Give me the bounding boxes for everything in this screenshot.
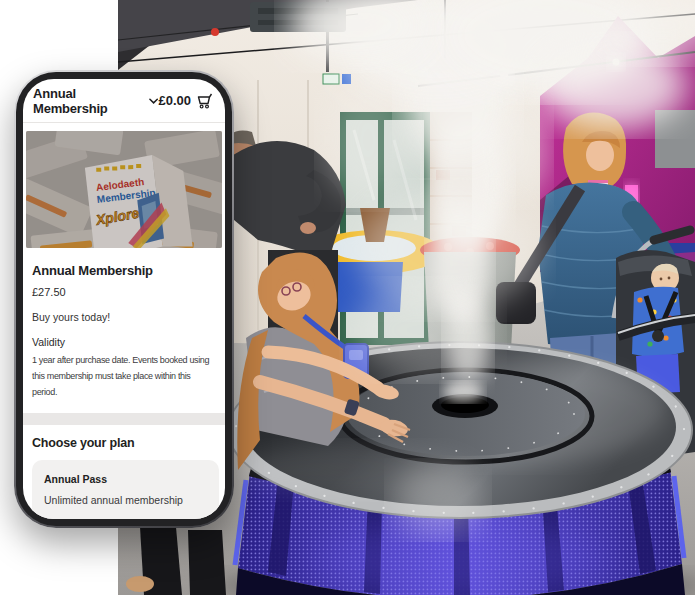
plan-section-title: Choose your plan [32,436,219,450]
section-divider [23,413,225,425]
cart-button[interactable]: £0.00 [158,93,213,109]
product-tagline: Buy yours today! [32,311,219,323]
validity-label: Validity [32,336,219,348]
plan-name: Annual Pass [44,473,207,485]
exit-sign [323,74,339,84]
collection-title[interactable]: Annual Membership [33,86,144,116]
validity-text: 1 year after purchase date. Events booke… [32,352,219,400]
plan-option-annual-pass[interactable]: Annual Pass Unlimited annual membership [32,460,219,519]
cart-total: £0.00 [158,93,191,108]
product-price: £27.50 [32,286,219,298]
phone-screen: Annual Membership £0.00 [23,79,225,519]
cart-icon[interactable] [196,93,213,109]
plan-description: Unlimited annual membership [44,494,207,506]
marketing-composite: Annual Membership £0.00 [0,0,695,595]
chevron-down-icon[interactable] [149,98,158,104]
phone-bezel: Annual Membership £0.00 [16,72,232,526]
product-title: Annual Membership [32,263,219,278]
shop-header: Annual Membership £0.00 [23,79,225,123]
phone-mockup: Annual Membership £0.00 [14,70,234,528]
membership-cards-photo: Aelodaeth Membership Xplore! [26,131,222,248]
product-image[interactable]: Aelodaeth Membership Xplore! [26,131,222,248]
collection-selector[interactable]: Annual Membership [33,86,158,116]
fire-alarm [211,28,219,36]
